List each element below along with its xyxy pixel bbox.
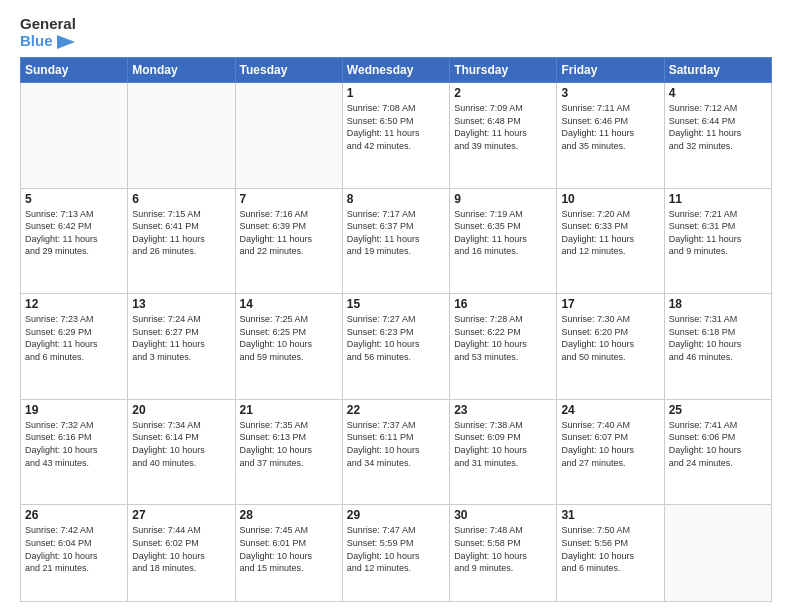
calendar-cell: 27Sunrise: 7:44 AM Sunset: 6:02 PM Dayli… — [128, 505, 235, 602]
weekday-header: Tuesday — [235, 58, 342, 83]
calendar-cell: 7Sunrise: 7:16 AM Sunset: 6:39 PM Daylig… — [235, 188, 342, 294]
calendar-week-row: 12Sunrise: 7:23 AM Sunset: 6:29 PM Dayli… — [21, 294, 772, 400]
calendar-table: SundayMondayTuesdayWednesdayThursdayFrid… — [20, 57, 772, 602]
day-number: 11 — [669, 192, 767, 206]
day-number: 20 — [132, 403, 230, 417]
day-number: 3 — [561, 86, 659, 100]
day-info: Sunrise: 7:13 AM Sunset: 6:42 PM Dayligh… — [25, 208, 123, 258]
calendar-week-row: 1Sunrise: 7:08 AM Sunset: 6:50 PM Daylig… — [21, 83, 772, 189]
day-info: Sunrise: 7:41 AM Sunset: 6:06 PM Dayligh… — [669, 419, 767, 469]
day-number: 19 — [25, 403, 123, 417]
calendar-cell — [128, 83, 235, 189]
day-number: 10 — [561, 192, 659, 206]
calendar-cell: 15Sunrise: 7:27 AM Sunset: 6:23 PM Dayli… — [342, 294, 449, 400]
calendar-cell: 17Sunrise: 7:30 AM Sunset: 6:20 PM Dayli… — [557, 294, 664, 400]
calendar-cell: 10Sunrise: 7:20 AM Sunset: 6:33 PM Dayli… — [557, 188, 664, 294]
calendar-cell: 22Sunrise: 7:37 AM Sunset: 6:11 PM Dayli… — [342, 399, 449, 505]
calendar-cell: 9Sunrise: 7:19 AM Sunset: 6:35 PM Daylig… — [450, 188, 557, 294]
day-info: Sunrise: 7:30 AM Sunset: 6:20 PM Dayligh… — [561, 313, 659, 363]
day-info: Sunrise: 7:32 AM Sunset: 6:16 PM Dayligh… — [25, 419, 123, 469]
logo-arrow-icon — [57, 35, 75, 49]
header: General Blue — [20, 16, 772, 49]
calendar-cell: 21Sunrise: 7:35 AM Sunset: 6:13 PM Dayli… — [235, 399, 342, 505]
day-info: Sunrise: 7:23 AM Sunset: 6:29 PM Dayligh… — [25, 313, 123, 363]
day-info: Sunrise: 7:24 AM Sunset: 6:27 PM Dayligh… — [132, 313, 230, 363]
day-number: 5 — [25, 192, 123, 206]
day-number: 16 — [454, 297, 552, 311]
day-info: Sunrise: 7:09 AM Sunset: 6:48 PM Dayligh… — [454, 102, 552, 152]
weekday-header: Wednesday — [342, 58, 449, 83]
day-info: Sunrise: 7:21 AM Sunset: 6:31 PM Dayligh… — [669, 208, 767, 258]
calendar-cell: 6Sunrise: 7:15 AM Sunset: 6:41 PM Daylig… — [128, 188, 235, 294]
calendar-cell: 11Sunrise: 7:21 AM Sunset: 6:31 PM Dayli… — [664, 188, 771, 294]
page-container: General Blue SundayMondayTuesdayWednesda… — [0, 0, 792, 612]
day-number: 29 — [347, 508, 445, 522]
day-number: 14 — [240, 297, 338, 311]
day-number: 1 — [347, 86, 445, 100]
day-number: 18 — [669, 297, 767, 311]
day-number: 7 — [240, 192, 338, 206]
calendar-cell: 12Sunrise: 7:23 AM Sunset: 6:29 PM Dayli… — [21, 294, 128, 400]
calendar-week-row: 5Sunrise: 7:13 AM Sunset: 6:42 PM Daylig… — [21, 188, 772, 294]
calendar-cell: 26Sunrise: 7:42 AM Sunset: 6:04 PM Dayli… — [21, 505, 128, 602]
day-info: Sunrise: 7:45 AM Sunset: 6:01 PM Dayligh… — [240, 524, 338, 574]
calendar-cell: 3Sunrise: 7:11 AM Sunset: 6:46 PM Daylig… — [557, 83, 664, 189]
day-number: 4 — [669, 86, 767, 100]
day-info: Sunrise: 7:38 AM Sunset: 6:09 PM Dayligh… — [454, 419, 552, 469]
calendar-cell: 30Sunrise: 7:48 AM Sunset: 5:58 PM Dayli… — [450, 505, 557, 602]
day-info: Sunrise: 7:31 AM Sunset: 6:18 PM Dayligh… — [669, 313, 767, 363]
calendar-cell — [235, 83, 342, 189]
day-number: 8 — [347, 192, 445, 206]
day-info: Sunrise: 7:40 AM Sunset: 6:07 PM Dayligh… — [561, 419, 659, 469]
day-info: Sunrise: 7:19 AM Sunset: 6:35 PM Dayligh… — [454, 208, 552, 258]
day-number: 21 — [240, 403, 338, 417]
calendar-week-row: 26Sunrise: 7:42 AM Sunset: 6:04 PM Dayli… — [21, 505, 772, 602]
calendar-cell: 4Sunrise: 7:12 AM Sunset: 6:44 PM Daylig… — [664, 83, 771, 189]
logo-blue: Blue — [20, 33, 76, 50]
day-number: 2 — [454, 86, 552, 100]
weekday-header: Monday — [128, 58, 235, 83]
calendar-cell: 18Sunrise: 7:31 AM Sunset: 6:18 PM Dayli… — [664, 294, 771, 400]
day-number: 27 — [132, 508, 230, 522]
day-info: Sunrise: 7:34 AM Sunset: 6:14 PM Dayligh… — [132, 419, 230, 469]
calendar-cell: 20Sunrise: 7:34 AM Sunset: 6:14 PM Dayli… — [128, 399, 235, 505]
weekday-header-row: SundayMondayTuesdayWednesdayThursdayFrid… — [21, 58, 772, 83]
calendar-cell: 16Sunrise: 7:28 AM Sunset: 6:22 PM Dayli… — [450, 294, 557, 400]
weekday-header: Sunday — [21, 58, 128, 83]
day-number: 17 — [561, 297, 659, 311]
day-info: Sunrise: 7:48 AM Sunset: 5:58 PM Dayligh… — [454, 524, 552, 574]
day-info: Sunrise: 7:16 AM Sunset: 6:39 PM Dayligh… — [240, 208, 338, 258]
day-number: 15 — [347, 297, 445, 311]
weekday-header: Friday — [557, 58, 664, 83]
calendar-week-row: 19Sunrise: 7:32 AM Sunset: 6:16 PM Dayli… — [21, 399, 772, 505]
day-info: Sunrise: 7:47 AM Sunset: 5:59 PM Dayligh… — [347, 524, 445, 574]
day-info: Sunrise: 7:25 AM Sunset: 6:25 PM Dayligh… — [240, 313, 338, 363]
day-number: 24 — [561, 403, 659, 417]
calendar-cell: 19Sunrise: 7:32 AM Sunset: 6:16 PM Dayli… — [21, 399, 128, 505]
logo-general: General — [20, 16, 76, 33]
day-info: Sunrise: 7:20 AM Sunset: 6:33 PM Dayligh… — [561, 208, 659, 258]
day-number: 22 — [347, 403, 445, 417]
calendar-cell: 1Sunrise: 7:08 AM Sunset: 6:50 PM Daylig… — [342, 83, 449, 189]
logo: General Blue — [20, 16, 76, 49]
calendar-cell: 5Sunrise: 7:13 AM Sunset: 6:42 PM Daylig… — [21, 188, 128, 294]
calendar-cell: 14Sunrise: 7:25 AM Sunset: 6:25 PM Dayli… — [235, 294, 342, 400]
day-number: 23 — [454, 403, 552, 417]
calendar-cell: 8Sunrise: 7:17 AM Sunset: 6:37 PM Daylig… — [342, 188, 449, 294]
calendar-cell: 29Sunrise: 7:47 AM Sunset: 5:59 PM Dayli… — [342, 505, 449, 602]
day-number: 26 — [25, 508, 123, 522]
calendar-cell: 24Sunrise: 7:40 AM Sunset: 6:07 PM Dayli… — [557, 399, 664, 505]
day-info: Sunrise: 7:15 AM Sunset: 6:41 PM Dayligh… — [132, 208, 230, 258]
day-info: Sunrise: 7:11 AM Sunset: 6:46 PM Dayligh… — [561, 102, 659, 152]
calendar-cell: 23Sunrise: 7:38 AM Sunset: 6:09 PM Dayli… — [450, 399, 557, 505]
day-info: Sunrise: 7:17 AM Sunset: 6:37 PM Dayligh… — [347, 208, 445, 258]
day-number: 25 — [669, 403, 767, 417]
day-number: 30 — [454, 508, 552, 522]
calendar-cell: 2Sunrise: 7:09 AM Sunset: 6:48 PM Daylig… — [450, 83, 557, 189]
day-info: Sunrise: 7:28 AM Sunset: 6:22 PM Dayligh… — [454, 313, 552, 363]
calendar-cell — [21, 83, 128, 189]
day-number: 31 — [561, 508, 659, 522]
day-number: 12 — [25, 297, 123, 311]
calendar-cell: 13Sunrise: 7:24 AM Sunset: 6:27 PM Dayli… — [128, 294, 235, 400]
day-info: Sunrise: 7:37 AM Sunset: 6:11 PM Dayligh… — [347, 419, 445, 469]
